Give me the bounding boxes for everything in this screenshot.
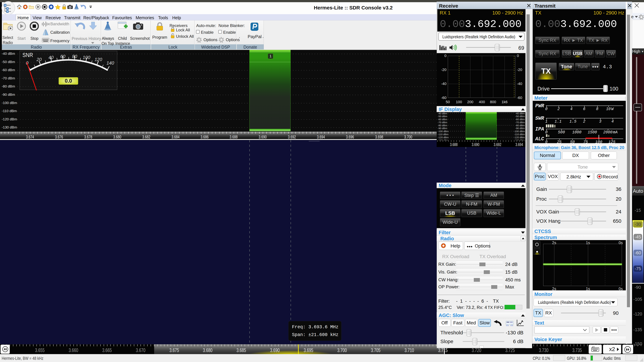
svg-text:80: 80 [72, 54, 77, 59]
svg-text:100: 100 [82, 55, 90, 60]
svg-text:60: 60 [60, 54, 65, 59]
svg-text:140: 140 [106, 60, 114, 66]
svg-text:120: 120 [94, 57, 102, 62]
